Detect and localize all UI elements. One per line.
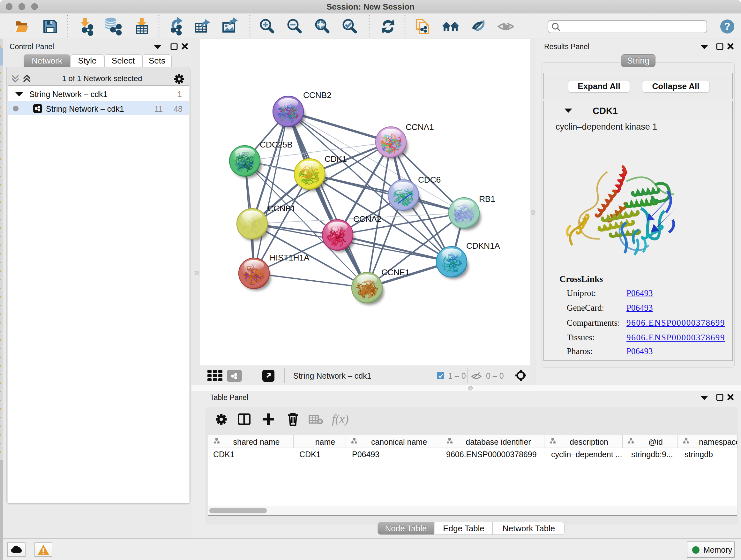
svg-text:CDC25B: CDC25B — [260, 140, 293, 149]
svg-text:CCNA2: CCNA2 — [353, 214, 381, 224]
svg-text:HIST1H1A: HIST1H1A — [270, 253, 310, 262]
svg-text:CCNE1: CCNE1 — [381, 267, 409, 277]
svg-text:CCNA1: CCNA1 — [406, 122, 434, 132]
svg-text:CDK1: CDK1 — [325, 154, 347, 164]
svg-text:CCNB2: CCNB2 — [303, 90, 331, 100]
svg-text:RB1: RB1 — [479, 194, 495, 204]
svg-text:CDC6: CDC6 — [418, 175, 441, 185]
svg-text:CDKN1A: CDKN1A — [466, 241, 500, 251]
svg-text:CCNB1: CCNB1 — [267, 204, 295, 213]
